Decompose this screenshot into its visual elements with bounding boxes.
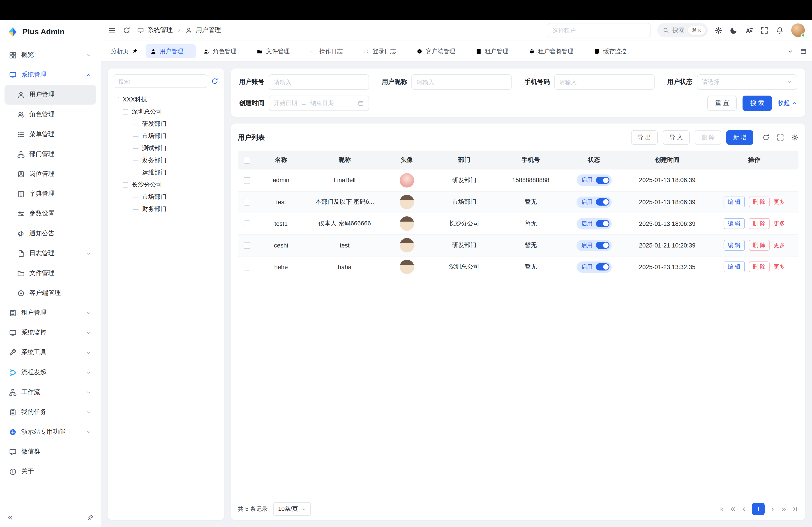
tab-tenant-management[interactable]: 租户管理 — [471, 44, 521, 58]
sidebar-item-post-management[interactable]: 岗位管理 — [4, 164, 96, 184]
tree-node[interactable]: 研发部门 — [114, 118, 218, 130]
more-button[interactable]: 更多 — [774, 198, 785, 206]
close-icon[interactable] — [293, 49, 298, 54]
collapse-filters-link[interactable]: 收起 — [778, 99, 797, 107]
sidebar-item-department-management[interactable]: 部门管理 — [4, 144, 96, 164]
status-toggle[interactable]: 启用 — [576, 240, 611, 251]
row-checkbox[interactable] — [243, 264, 250, 270]
global-search-button[interactable]: 搜索 ⌘ K — [657, 23, 708, 37]
pin-icon[interactable] — [132, 48, 138, 54]
nickname-input[interactable] — [412, 74, 512, 90]
delete-row-button[interactable]: 删 除 — [749, 261, 770, 272]
close-icon[interactable] — [630, 49, 635, 54]
sidebar-item-parameter-settings[interactable]: 参数设置 — [4, 204, 96, 224]
close-icon[interactable] — [577, 49, 581, 54]
delete-row-button[interactable]: 删 除 — [749, 240, 770, 251]
close-icon[interactable] — [240, 49, 245, 54]
refresh-icon[interactable] — [123, 26, 130, 34]
chevron-down-icon[interactable] — [787, 48, 794, 54]
refresh-icon[interactable] — [211, 77, 218, 85]
close-icon[interactable] — [458, 49, 463, 54]
tree-collapse-icon[interactable] — [123, 109, 128, 115]
fullscreen-icon[interactable] — [777, 134, 784, 141]
more-button[interactable]: 更多 — [774, 263, 785, 271]
more-button[interactable]: 更多 — [774, 220, 785, 227]
gear-icon[interactable] — [714, 26, 722, 34]
tree-node[interactable]: 市场部门 — [114, 191, 218, 203]
sidebar-item-workflow[interactable]: 工作流 — [4, 382, 96, 402]
sidebar-item-tenant-management[interactable]: 租户管理 — [4, 303, 96, 323]
tree-node[interactable]: 运维部门 — [114, 167, 218, 179]
tab-operation-log[interactable]: 操作日志 — [305, 44, 356, 58]
sidebar-item-process-initiation[interactable]: 流程发起 — [4, 362, 96, 382]
tree-node[interactable]: 市场部门 — [114, 130, 218, 142]
sidebar-item-user-management[interactable]: 用户管理 — [4, 85, 96, 105]
sidebar-item-file-management[interactable]: 文件管理 — [4, 263, 96, 283]
sidebar-item-demo-features[interactable]: 演示站专用功能 — [4, 422, 96, 442]
account-input[interactable] — [269, 74, 369, 90]
sidebar-item-role-management[interactable]: 角色管理 — [4, 105, 96, 124]
edit-button[interactable]: 编 辑 — [724, 218, 744, 229]
status-select[interactable]: 请选择 — [697, 74, 797, 90]
reset-button[interactable]: 重 置 — [708, 95, 737, 111]
tree-collapse-icon[interactable] — [123, 182, 128, 187]
sidebar-item-menu-management[interactable]: 菜单管理 — [4, 124, 96, 144]
collapse-sidebar-icon[interactable] — [7, 514, 14, 521]
row-checkbox[interactable] — [243, 199, 250, 206]
tree-node[interactable]: 测试部门 — [114, 142, 218, 154]
layout-icon[interactable] — [800, 48, 807, 54]
tab-user-management[interactable]: 用户管理 — [146, 44, 196, 58]
delete-row-button[interactable]: 删 除 — [749, 197, 770, 207]
close-icon[interactable] — [186, 49, 191, 54]
tab-cache-monitor[interactable]: 缓存监控 — [589, 44, 639, 58]
add-button[interactable]: 新 增 — [726, 130, 753, 145]
next-pages-icon[interactable] — [780, 506, 787, 512]
refresh-icon[interactable] — [763, 134, 770, 141]
delete-row-button[interactable]: 删 除 — [749, 218, 770, 229]
sidebar-item-client-management[interactable]: 客户端管理 — [4, 283, 96, 303]
breadcrumb-item[interactable]: 系统管理 — [147, 26, 173, 34]
sidebar-item-system-monitor[interactable]: 系统监控 — [4, 323, 96, 343]
avatar[interactable] — [791, 24, 805, 37]
sidebar-item-notice-announcement[interactable]: 通知公告 — [4, 224, 96, 243]
next-page-icon[interactable] — [769, 506, 776, 512]
tree-node[interactable]: 深圳总公司 — [114, 106, 218, 118]
fullscreen-icon[interactable] — [760, 26, 768, 34]
tenant-select-input[interactable] — [548, 23, 650, 37]
tree-collapse-icon[interactable] — [114, 97, 119, 102]
sidebar-item-log-management[interactable]: 日志管理 — [4, 243, 96, 263]
sidebar-item-wechat-group[interactable]: 微信群 — [4, 442, 96, 462]
tab-tenant-package-management[interactable]: 租户套餐管理 — [524, 44, 586, 58]
language-icon[interactable] — [745, 26, 753, 34]
date-range-input[interactable]: 开始日期 → 结束日期 — [269, 95, 369, 111]
close-icon[interactable] — [346, 49, 351, 54]
close-icon[interactable] — [511, 49, 517, 54]
bell-icon[interactable] — [776, 26, 784, 34]
edit-button[interactable]: 编 辑 — [724, 261, 744, 272]
tab-client-management[interactable]: 客户端管理 — [412, 44, 468, 58]
edit-button[interactable]: 编 辑 — [724, 240, 744, 251]
pin-icon[interactable] — [87, 514, 94, 521]
tab-role-management[interactable]: 角色管理 — [199, 44, 249, 58]
status-toggle[interactable]: 启用 — [576, 261, 611, 272]
status-toggle[interactable]: 启用 — [576, 196, 611, 208]
export-button[interactable]: 导 出 — [631, 130, 658, 145]
breadcrumb-item[interactable]: 用户管理 — [196, 26, 221, 34]
tree-node[interactable]: XXX科技 — [114, 94, 218, 105]
status-toggle[interactable]: 启用 — [576, 175, 611, 186]
sidebar-item-overview[interactable]: 概览 — [4, 45, 96, 65]
tree-node[interactable]: 长沙分公司 — [114, 179, 218, 191]
tree-node[interactable]: 财务部门 — [114, 155, 218, 166]
more-button[interactable]: 更多 — [774, 241, 785, 249]
prev-page-icon[interactable] — [741, 506, 748, 512]
sidebar-item-system-tools[interactable]: 系统工具 — [4, 343, 96, 362]
phone-input[interactable] — [554, 74, 654, 90]
tree-search-input[interactable] — [114, 74, 207, 88]
tree-node[interactable]: 财务部门 — [114, 203, 218, 215]
tab-analysis-page[interactable]: 分析页 — [106, 44, 143, 58]
row-checkbox[interactable] — [243, 177, 250, 184]
status-toggle[interactable]: 启用 — [576, 218, 611, 229]
select-all-checkbox[interactable] — [243, 157, 250, 164]
tab-file-management[interactable]: 文件管理 — [252, 44, 302, 58]
last-page-icon[interactable] — [792, 506, 798, 512]
